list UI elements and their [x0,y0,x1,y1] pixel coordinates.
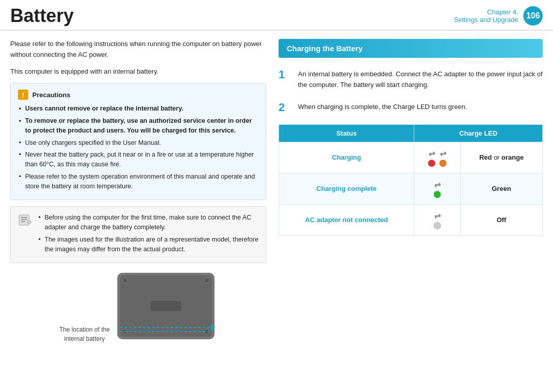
precautions-icon: ! [18,90,28,100]
status-off: AC adapter not connected [279,204,414,235]
page-header: Battery Chapter 4. Settings and Upgrade … [0,0,553,31]
laptop-bottom-svg [115,270,217,342]
main-content: Please refer to the following instructio… [0,31,553,352]
led-dot-gray [434,222,441,229]
led-dot-red [428,160,435,167]
precautions-header: ! Precautions [18,90,259,100]
svg-point-7 [204,278,209,283]
led-symbol-complete: ⇌ [434,180,441,189]
status-charging: Charging [279,142,414,173]
led-text-red: Red [479,154,492,161]
precaution-item-4: Never heat the battery pack, put it near… [18,150,259,169]
precaution-item-2: To remove or replace the battery, use an… [18,116,259,136]
led-group-complete: ⇌ [434,180,441,198]
step-1-text: An internal battery is embedded. Connect… [298,68,543,91]
table-row-complete: Charging complete ⇌ Green [279,173,543,204]
led-dot-green [434,191,441,198]
svg-point-6 [122,278,127,283]
note-item-1: Before using the computer for the first … [37,213,259,232]
note-item-2: The images used for the illustration are… [37,235,259,254]
step-1-number: 1 [279,68,291,91]
right-column: Charging the Battery 1 An internal batte… [279,39,543,343]
intro-paragraph-1: Please refer to the following instructio… [10,39,266,60]
chapter-label: Chapter 4. [454,8,518,16]
led-group-1: ⇌ [428,148,435,167]
svg-rect-0 [19,215,29,225]
step-1: 1 An internal battery is embedded. Conne… [279,68,543,91]
table-header-status: Status [279,124,414,142]
battery-label: The location of the internal battery [59,325,110,343]
note-box: Before using the computer for the first … [10,206,266,263]
chapter-info: Chapter 4. Settings and Upgrade 106 [454,6,543,26]
table-row-charging: Charging ⇌ ⇌ [279,142,543,173]
table-row-off: AC adapter not connected ⇌ Off [279,204,543,235]
chapter-sub: Settings and Upgrade [454,16,518,24]
precaution-item-5: Please refer to the system operation env… [18,172,259,191]
svg-rect-10 [151,301,181,311]
led-text-orange: orange [501,154,523,161]
battery-image-area: The location of the internal battery [10,270,266,343]
precaution-item-3: Use only chargers specified in the User … [18,138,259,148]
page-title: Battery [10,5,74,27]
step-2-number: 2 [279,101,291,114]
note-content: Before using the computer for the first … [37,213,259,256]
status-complete: Charging complete [279,173,414,204]
step-2-text: When charging is complete, the Charge LE… [298,101,467,114]
led-group-2: ⇌ [439,148,446,167]
led-icons-complete: ⇌ [414,173,460,204]
section-title: Charging the Battery [279,39,543,58]
intro-paragraph-2: This computer is equipped with an intern… [10,67,266,77]
led-dot-orange [439,160,446,167]
note-icon [18,213,32,227]
led-desc-off: Off [460,204,542,235]
table-header-charge-led: Charge LED [414,124,543,142]
left-column: Please refer to the following instructio… [10,39,266,343]
led-symbol-1: ⇌ [429,148,435,158]
led-desc-charging: Red or orange [460,142,542,173]
led-group-off: ⇌ [434,211,441,229]
precautions-box: ! Precautions Users cannot remove or rep… [10,83,266,200]
led-icons-charging: ⇌ ⇌ [414,142,460,173]
precautions-title: Precautions [32,91,70,99]
page-number-badge: 106 [523,6,543,26]
precaution-item-1: Users cannot remove or replace the inter… [18,104,259,114]
led-symbol-off: ⇌ [434,211,441,221]
led-desc-complete: Green [460,173,542,204]
precautions-list: Users cannot remove or replace the inter… [18,104,259,191]
led-icons-off: ⇌ [414,204,460,235]
led-symbol-2: ⇌ [440,148,446,158]
led-text-or: or [494,154,501,161]
step-2: 2 When charging is complete, the Charge … [279,101,543,114]
charge-led-table: Status Charge LED Charging ⇌ [279,124,543,236]
